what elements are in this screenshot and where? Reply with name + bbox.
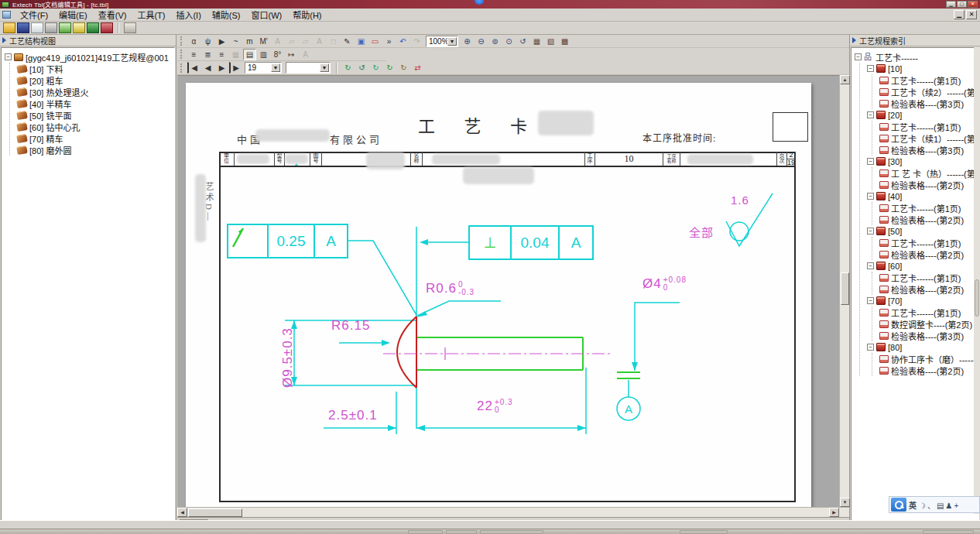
action-btn-5[interactable]: ⇄: [411, 62, 424, 74]
zoom-combo[interactable]: 100%▼: [426, 36, 458, 47]
action-btn-3[interactable]: ↻: [383, 62, 396, 74]
operation-item[interactable]: [10] 下料: [17, 63, 174, 74]
index-card[interactable]: 工艺卡------(第1页): [879, 121, 978, 132]
minimize-button[interactable]: ▁: [946, 1, 956, 8]
horizontal-scrollbar[interactable]: ◀ ▶: [177, 507, 849, 517]
fmt-btn-4[interactable]: m: [243, 36, 256, 47]
fmt-btn-9[interactable]: A: [313, 36, 326, 47]
fmt-btn-10[interactable]: □: [327, 36, 340, 47]
align-btn-2[interactable]: ≡: [215, 49, 228, 60]
undo-btn-0[interactable]: ↶: [396, 36, 409, 47]
index-card[interactable]: 检验表格----(第3页): [879, 144, 978, 156]
ime-tool-icon[interactable]: 、: [927, 501, 935, 510]
action-btn-0[interactable]: ↻: [341, 62, 355, 74]
operation-item[interactable]: [30] 热处理退火: [17, 86, 174, 98]
menu-查看[interactable]: 查看(V): [93, 9, 132, 22]
zoom-combo-dropdown-icon[interactable]: ▼: [447, 37, 457, 46]
vscroll-thumb[interactable]: [841, 272, 849, 305]
fmt-btn-6[interactable]: A: [271, 36, 284, 47]
hscroll-thumb[interactable]: [188, 508, 242, 517]
index-card[interactable]: 工艺卡------(第1页): [879, 306, 978, 318]
index-card[interactable]: 检验表格----(第2页): [879, 248, 978, 260]
index-card[interactable]: 检验表格----(第3页): [879, 98, 978, 109]
menu-帮助[interactable]: 帮助(H): [287, 9, 327, 22]
ime-tool-icon[interactable]: ☽: [919, 501, 926, 510]
fmt-btn-7[interactable]: ▱: [285, 36, 298, 47]
index-panel-header[interactable]: 工艺规程索引: [850, 35, 980, 46]
mdi-minimize-button[interactable]: ▁: [954, 10, 965, 19]
fmt-btn-5[interactable]: M′: [257, 36, 270, 47]
tail-btn-2[interactable]: ▩: [558, 36, 571, 47]
operation-item[interactable]: [80] 磨外圆: [17, 144, 174, 156]
ime-tool-icon[interactable]: ▤: [937, 501, 944, 510]
index-card[interactable]: 工艺卡------(第1页): [879, 202, 978, 214]
fmt-btn-3[interactable]: ~: [229, 36, 242, 47]
fmt-btn-8[interactable]: ▱: [299, 36, 312, 47]
index-group[interactable]: −[40]: [867, 190, 978, 202]
index-card[interactable]: 工艺卡（续1）------(第2页): [879, 132, 978, 144]
nav-btn-2[interactable]: ▶: [215, 62, 228, 74]
align-btn-8[interactable]: A: [299, 49, 312, 60]
sheet-green-icon[interactable]: [59, 22, 71, 33]
user-icon[interactable]: [124, 22, 136, 33]
ime-tool-icon[interactable]: +: [954, 501, 958, 510]
expand-icon[interactable]: −: [867, 65, 874, 72]
index-group[interactable]: −[30]: [867, 156, 978, 167]
align-btn-4[interactable]: ▤: [243, 49, 256, 60]
fmt-btn-1[interactable]: ψ: [201, 36, 214, 47]
index-root[interactable]: −品工艺卡------: [855, 51, 978, 63]
menu-编辑[interactable]: 编辑(E): [53, 9, 93, 22]
nav-btn-0[interactable]: ◀: [187, 62, 200, 74]
index-group[interactable]: −[10]: [867, 63, 978, 74]
print-preview-icon[interactable]: [31, 22, 43, 33]
print-icon[interactable]: [45, 22, 57, 33]
index-group[interactable]: −[60]: [867, 260, 978, 272]
tail-btn-0[interactable]: ▦: [530, 36, 543, 47]
index-card[interactable]: 工艺卡------(第1页): [879, 272, 978, 283]
field-combo-dropdown-icon[interactable]: ▼: [320, 63, 329, 72]
index-card[interactable]: 工艺卡------(第1页): [879, 74, 978, 86]
sheet-yellow-icon[interactable]: [73, 22, 85, 33]
index-card[interactable]: 检验表格----(第2页): [879, 365, 978, 376]
open-folder-icon[interactable]: [3, 22, 15, 33]
index-card[interactable]: 工艺卡（续2）------(第2页): [879, 86, 978, 98]
index-card[interactable]: 检验表格----(第2页): [879, 179, 978, 190]
field-combo[interactable]: ▼: [286, 62, 331, 74]
menu-辅助[interactable]: 辅助(S): [207, 9, 246, 22]
index-card[interactable]: 检验表格----(第3页): [879, 330, 978, 341]
expand-icon[interactable]: −: [867, 297, 874, 304]
zoom-btn-2[interactable]: ⊚: [488, 36, 502, 47]
ime-tool-icon[interactable]: ♟: [945, 501, 952, 510]
zoom-btn-0[interactable]: ⊕: [461, 36, 474, 47]
align-btn-6[interactable]: 8°: [271, 49, 284, 60]
index-card[interactable]: 工 艺 卡（热）------(第1页): [879, 167, 978, 179]
zoom-btn-3[interactable]: ⊙: [502, 36, 516, 47]
expand-icon[interactable]: −: [5, 53, 12, 60]
book-green-icon[interactable]: [87, 22, 99, 33]
index-card[interactable]: 检验表格----(第2页): [879, 283, 978, 295]
index-card[interactable]: 检验表格----(第2页): [879, 214, 978, 225]
expand-icon[interactable]: −: [867, 344, 874, 351]
mdi-close-button[interactable]: ✕: [966, 10, 977, 19]
structure-panel-header[interactable]: 工艺结构视图: [0, 35, 176, 46]
fmt-btn-14[interactable]: »: [382, 36, 396, 47]
action-btn-2[interactable]: ↻: [369, 62, 382, 74]
fmt-btn-11[interactable]: ✎: [341, 36, 354, 47]
taskbar-item[interactable]: [446, 530, 477, 534]
fmt-btn-0[interactable]: α: [187, 36, 200, 47]
expand-icon[interactable]: −: [867, 228, 874, 234]
align-btn-1[interactable]: ≣: [201, 49, 214, 60]
index-card[interactable]: 工艺卡------(第1页): [879, 237, 978, 248]
fmt-btn-13[interactable]: ▭: [368, 36, 382, 47]
taskbar-item[interactable]: [408, 530, 443, 534]
operation-item[interactable]: [60] 钻中心孔: [17, 121, 174, 132]
vertical-scrollbar[interactable]: ▲ ▼: [839, 75, 849, 507]
align-btn-0[interactable]: ≡: [187, 49, 200, 60]
align-btn-3[interactable]: ▦: [229, 49, 242, 60]
page-combo-dropdown-icon[interactable]: ▼: [271, 63, 280, 72]
book-red-icon[interactable]: [101, 22, 113, 33]
align-btn-7[interactable]: ↦: [285, 49, 298, 60]
operation-item[interactable]: [40] 半精车: [17, 98, 174, 109]
undo-btn-1[interactable]: ↷: [410, 36, 423, 47]
menu-工具[interactable]: 工具(T): [132, 9, 170, 22]
